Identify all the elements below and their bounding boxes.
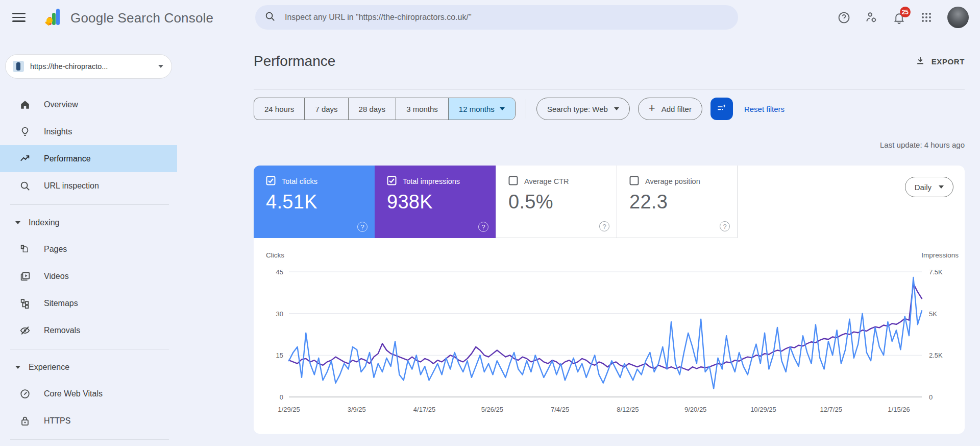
metric-label: Total impressions: [403, 177, 460, 185]
google-apps-grid-icon[interactable]: [920, 11, 933, 24]
add-filter-label: Add filter: [662, 105, 692, 113]
tab-12-months[interactable]: 12 months: [448, 98, 515, 120]
svg-text:30: 30: [276, 310, 283, 318]
sidebar-item-pages[interactable]: Pages: [0, 236, 177, 263]
svg-text:45: 45: [276, 268, 283, 276]
user-avatar[interactable]: [947, 7, 969, 28]
property-selector[interactable]: https://the-chiropracto...: [5, 54, 172, 79]
sidebar-item-label: Performance: [44, 154, 91, 163]
sidebar-item-label: Removals: [44, 326, 80, 335]
help-icon[interactable]: ?: [478, 222, 488, 232]
interval-label: Daily: [915, 183, 932, 192]
property-label: https://the-chiropracto...: [30, 62, 152, 71]
metric-value: 4.51K: [266, 191, 375, 213]
checkbox-unchecked-icon[interactable]: [508, 176, 518, 187]
plus-icon: +: [649, 103, 655, 114]
date-range-tabs: 24 hours 7 days 28 days 3 months 12 mont…: [254, 98, 516, 120]
sidebar-item-sitemaps[interactable]: Sitemaps: [0, 290, 177, 317]
export-label: EXPORT: [932, 57, 965, 66]
tab-24-hours[interactable]: 24 hours: [254, 98, 304, 120]
performance-line-chart[interactable]: 00152.5K305K457.5KClicksImpressions1/29/…: [254, 238, 965, 422]
metric-value: 938K: [387, 191, 496, 213]
search-type-dropdown[interactable]: Search type: Web: [536, 98, 630, 120]
checkbox-unchecked-icon[interactable]: [629, 176, 639, 187]
checkbox-checked-icon[interactable]: [266, 176, 276, 187]
sidebar-item-label: Insights: [44, 127, 72, 136]
metric-label: Average CTR: [524, 177, 569, 185]
vertical-separator: [526, 99, 526, 119]
filter-bar: 24 hours 7 days 28 days 3 months 12 mont…: [254, 98, 965, 120]
help-icon[interactable]: ?: [357, 222, 368, 232]
search-console-logo-icon: [43, 7, 63, 29]
sidebar-section-indexing[interactable]: Indexing: [0, 210, 177, 236]
gauge-icon: [19, 388, 31, 400]
sidebar-item-overview[interactable]: Overview: [0, 91, 177, 118]
chevron-down-icon: [500, 107, 505, 110]
hamburger-menu-icon[interactable]: [12, 12, 26, 23]
trending-up-icon: [19, 153, 31, 165]
help-icon[interactable]: ?: [720, 221, 730, 231]
sidebar-item-label: Overview: [44, 100, 78, 109]
user-settings-icon[interactable]: [865, 11, 878, 24]
sidebar-item-label: HTTPS: [44, 416, 70, 426]
help-icon[interactable]: [837, 11, 850, 24]
sidebar-divider: [10, 349, 169, 349]
svg-text:1/29/25: 1/29/25: [278, 406, 300, 413]
svg-text:5/26/25: 5/26/25: [481, 406, 503, 413]
sitemaps-tree-icon: [19, 298, 31, 309]
main-content: Performance EXPORT 24 hours 7 days 28 da…: [177, 35, 980, 446]
search-type-label: Search type: Web: [547, 105, 608, 113]
sidebar-divider: [10, 204, 169, 205]
tab-3-months[interactable]: 3 months: [396, 98, 448, 120]
video-icon: [19, 271, 31, 282]
sidebar-item-https[interactable]: HTTPS: [0, 407, 177, 434]
svg-text:15: 15: [276, 351, 283, 359]
sidebar: https://the-chiropracto... Overview Insi…: [0, 35, 177, 446]
svg-text:7.5K: 7.5K: [929, 268, 943, 276]
site-favicon-icon: [13, 61, 24, 72]
sidebar-item-performance[interactable]: Performance: [0, 145, 177, 172]
metric-card-average-position[interactable]: Average position 22.3 ?: [617, 166, 738, 238]
notifications-bell-icon[interactable]: 25: [892, 11, 905, 24]
sidebar-item-label: Videos: [44, 272, 69, 281]
sidebar-item-label: Pages: [44, 245, 67, 254]
tab-7-days[interactable]: 7 days: [304, 98, 348, 120]
eye-off-icon: [19, 325, 31, 336]
svg-text:3/9/25: 3/9/25: [348, 406, 366, 413]
checkbox-checked-icon[interactable]: [387, 176, 397, 187]
sidebar-item-videos[interactable]: Videos: [0, 263, 177, 290]
sidebar-item-removals[interactable]: Removals: [0, 317, 177, 344]
interval-dropdown[interactable]: Daily: [905, 177, 953, 197]
svg-text:Impressions: Impressions: [921, 251, 959, 259]
search-icon: [264, 11, 276, 24]
sidebar-divider: [10, 439, 169, 440]
metric-label: Average position: [645, 177, 700, 185]
performance-panel: Total clicks 4.51K ? Total impressions 9…: [254, 166, 965, 434]
svg-text:8/12/25: 8/12/25: [617, 406, 639, 413]
lightbulb-icon: [19, 126, 31, 137]
sidebar-item-url-inspection[interactable]: URL inspection: [0, 172, 177, 199]
sidebar-item-core-web-vitals[interactable]: Core Web Vitals: [0, 380, 177, 407]
sidebar-section-experience[interactable]: Experience: [0, 355, 177, 380]
metric-value: 22.3: [629, 191, 737, 213]
metric-label: Total clicks: [282, 177, 317, 185]
metric-card-average-ctr[interactable]: Average CTR 0.5% ?: [496, 166, 617, 238]
export-button[interactable]: EXPORT: [915, 56, 965, 67]
svg-text:0: 0: [929, 393, 933, 401]
metric-card-total-impressions[interactable]: Total impressions 938K ?: [375, 166, 496, 238]
help-icon[interactable]: ?: [599, 221, 609, 231]
search-input[interactable]: [284, 12, 729, 22]
tab-28-days[interactable]: 28 days: [348, 98, 396, 120]
metric-card-total-clicks[interactable]: Total clicks 4.51K ?: [254, 166, 375, 238]
svg-text:0: 0: [280, 393, 283, 401]
tab-label: 12 months: [459, 105, 495, 113]
add-filter-button[interactable]: + Add filter: [638, 98, 702, 120]
reset-filters-link[interactable]: Reset filters: [744, 105, 785, 113]
sidebar-item-insights[interactable]: Insights: [0, 118, 177, 145]
app-title: Google Search Console: [70, 10, 213, 26]
notifications-badge: 25: [900, 7, 911, 17]
sidebar-item-label: Core Web Vitals: [44, 389, 103, 398]
url-inspect-searchbar[interactable]: [255, 5, 738, 30]
compare-filter-button[interactable]: [710, 98, 733, 120]
app-logo[interactable]: Google Search Console: [43, 7, 213, 29]
